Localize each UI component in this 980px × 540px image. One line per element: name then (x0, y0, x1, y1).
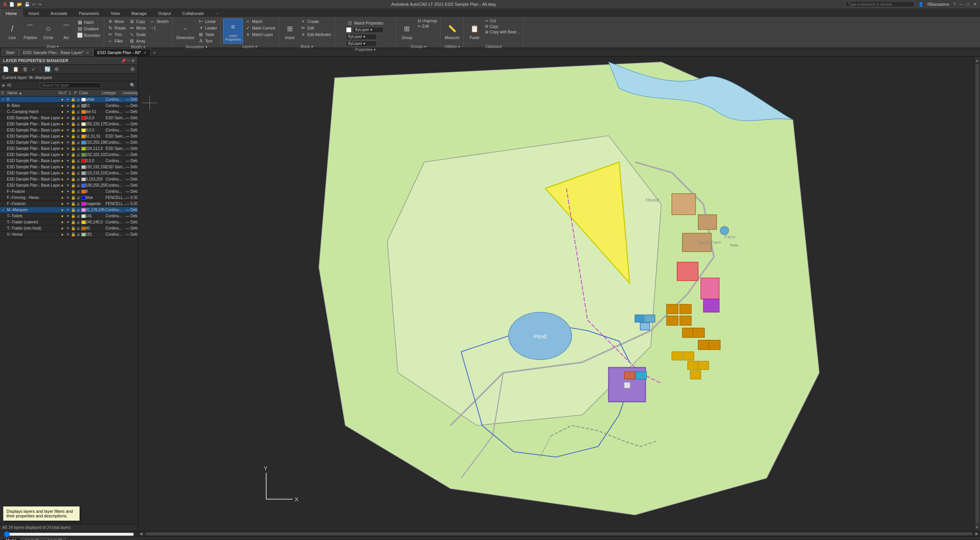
layer-lock[interactable]: 🔒 (71, 189, 76, 194)
polyline-btn[interactable]: ⌒ Polyline (22, 18, 39, 44)
copy-with-base-btn[interactable]: ⊞ Copy with Base... (484, 30, 521, 34)
layer-row[interactable]: C--Camping Hatch ● ✦ 🔒 🖨 del 51 Continu.… (0, 109, 138, 115)
layer-freeze[interactable]: ✦ (65, 183, 71, 187)
draw-expand[interactable]: ▾ (57, 44, 59, 49)
extend-btn[interactable]: →| (148, 25, 170, 31)
col-plot[interactable]: P (73, 90, 78, 95)
new-layer-btn[interactable]: 📄 (2, 66, 10, 72)
layer-print[interactable]: 🖨 (76, 196, 81, 200)
layer-freeze[interactable]: ✦ (65, 116, 71, 120)
layer-row[interactable]: ESD Sample Plan - Base Layer$0$Building.… (0, 127, 138, 133)
tab-more[interactable]: ··· (210, 9, 225, 17)
tab-view[interactable]: View (105, 9, 126, 17)
layer-row[interactable]: ✓ 0 ● ✦ 🔒 🖨 white Continu... — Defa... (0, 97, 138, 103)
layer-on[interactable]: ● (60, 177, 65, 181)
quick-access-new[interactable]: 📄 (9, 2, 15, 7)
layer-on[interactable]: ● (60, 183, 65, 187)
right-scroll-down[interactable]: ▼ (975, 525, 979, 529)
refresh-btn[interactable]: 🔄 (43, 66, 52, 72)
layer-print[interactable]: 🖨 (76, 141, 81, 144)
scroll-right-btn[interactable]: ▶ (974, 532, 980, 536)
layout2-tab[interactable]: Layout2 (44, 538, 66, 540)
trim-btn[interactable]: ✂Trim (107, 31, 127, 38)
layer-lock[interactable]: 🔒 (71, 128, 76, 132)
right-scroll-up[interactable]: ▲ (975, 58, 979, 62)
properties-expand[interactable]: ▾ (374, 48, 376, 52)
layer-lock[interactable]: 🔒 (71, 116, 76, 120)
make-current-btn[interactable]: ✓Make Current (244, 25, 277, 31)
edit-attributes-btn[interactable]: ≡Edit Attributes (299, 31, 332, 38)
layer-lock[interactable]: 🔒 (71, 171, 76, 175)
layer-row[interactable]: T--Toilets ● ✦ 🔒 🖨 141 Continu... — Defa… (0, 213, 138, 219)
quick-access-undo[interactable]: ↩ (32, 2, 36, 7)
line-btn[interactable]: / Line (4, 18, 21, 44)
stretch-btn[interactable]: ↔Stretch (148, 18, 170, 25)
edit-block-btn[interactable]: ✏Edit (299, 25, 332, 31)
linear-btn[interactable]: ⊢Linear (197, 18, 218, 25)
layer-row[interactable]: F--Festoon ● ✦ 🔒 🖨 magenta FENCELL... — … (0, 201, 138, 207)
tab-base-close[interactable]: ✕ (86, 51, 89, 55)
layer-print[interactable]: 🖨 (76, 98, 81, 102)
layer-freeze[interactable]: ✦ (65, 189, 71, 194)
layer-print[interactable]: 🖨 (76, 128, 81, 132)
col-name[interactable]: Name ▲ (6, 90, 57, 95)
table-btn[interactable]: ⊞Table (197, 31, 218, 38)
tab-manage[interactable]: Manage (126, 9, 153, 17)
layer-print[interactable]: 🖨 (76, 220, 81, 224)
layer-on[interactable]: ● (60, 140, 65, 144)
col-lineweight[interactable]: Lineweight (121, 90, 138, 95)
delete-layer-btn[interactable]: 🗑 (21, 66, 29, 72)
layer-lock[interactable]: 🔒 (71, 183, 76, 187)
layer-on[interactable]: ● (60, 220, 65, 224)
layer-freeze[interactable]: ✦ (65, 208, 71, 212)
layer-print[interactable]: 🖨 (76, 171, 81, 175)
boundary-btn[interactable]: ⬜Boundary (76, 32, 102, 38)
layer-freeze[interactable]: ✦ (65, 146, 71, 151)
canvas-area[interactable]: ⬜ Pond House Garda Farm Parco Trust Y X (138, 57, 974, 531)
layer-row[interactable]: ESD Sample Plan - Base Layer$0$Road or..… (0, 170, 138, 176)
layer-on[interactable]: ● (60, 134, 65, 138)
layer-row[interactable]: ESD Sample Plan - Base Layer$0$Networ...… (0, 164, 138, 170)
layer-freeze[interactable]: ✦ (65, 122, 71, 126)
maximize-btn[interactable]: □ (967, 2, 969, 7)
col-freeze[interactable]: F (63, 90, 68, 95)
model-tab[interactable]: Model (2, 538, 20, 540)
layer-on[interactable]: ● (60, 232, 65, 236)
layer-row[interactable]: T--Trader (caterer) ● ✦ 🔒 🖨 245,245,0 Co… (0, 219, 138, 225)
match-layer-btn[interactable]: ≡Match Layer (244, 31, 277, 38)
fillet-btn[interactable]: ⌐Fillet (107, 38, 127, 44)
scroll-left-btn[interactable]: ◀ (138, 532, 144, 536)
col-linetype[interactable]: Linetype (100, 90, 121, 95)
layer-freeze[interactable]: ✦ (65, 110, 71, 114)
h-scroll-thumb[interactable] (146, 532, 972, 535)
layer-freeze[interactable]: ✦ (65, 226, 71, 230)
tab-home[interactable]: Home (0, 9, 23, 17)
layer-on[interactable]: ● (60, 165, 65, 169)
copy-btn[interactable]: ⧉Copy (128, 18, 147, 25)
col-on[interactable]: On (57, 90, 63, 95)
tab-output[interactable]: Output (153, 9, 177, 17)
layer-search-input[interactable] (40, 82, 101, 88)
layer-row[interactable]: T--Trader (non food) ● ✦ 🔒 🖨 40 Continu.… (0, 225, 138, 231)
layer-print[interactable]: 🖨 (76, 135, 81, 138)
layer-row[interactable]: V--Venue ● ✦ 🔒 🖨 181 Continu... — Defa..… (0, 231, 138, 238)
quick-access-save[interactable]: 💾 (25, 2, 30, 7)
layer-lock[interactable]: 🔒 (71, 177, 76, 181)
layer-print[interactable]: 🖨 (76, 110, 81, 114)
layer-freeze[interactable]: ✦ (65, 195, 71, 200)
layer-freeze[interactable]: ✦ (65, 134, 71, 138)
quick-access-open[interactable]: 📂 (17, 2, 22, 7)
layer-freeze[interactable]: ✦ (65, 177, 71, 181)
cut-btn[interactable]: ✂ Cut (484, 18, 521, 23)
tab-insert[interactable]: Insert (23, 9, 45, 17)
paste-btn[interactable]: 📋 Paste (466, 18, 483, 44)
layer-lock[interactable]: 🔒 (71, 146, 76, 151)
layer-print[interactable]: 🖨 (76, 227, 81, 230)
block-expand[interactable]: ▾ (311, 44, 313, 49)
layer-lock[interactable]: 🔒 (71, 97, 76, 102)
layer-lock[interactable]: 🔒 (71, 220, 76, 224)
layer-row[interactable]: B--Bars ● ✦ 🔒 🖨 51 Continu... — Defa... (0, 103, 138, 109)
layer-on[interactable]: ● (60, 214, 65, 218)
search-input[interactable] (845, 1, 914, 7)
dimension-btn[interactable]: ↔ Dimension (175, 18, 196, 44)
